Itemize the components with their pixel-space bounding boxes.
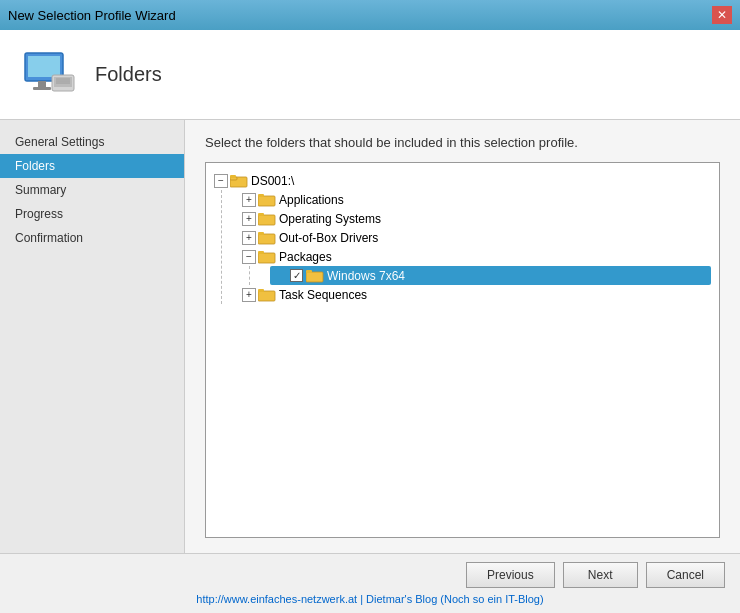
title-bar: New Selection Profile Wizard ✕	[0, 0, 740, 30]
svg-rect-20	[306, 272, 323, 282]
svg-rect-22	[258, 291, 275, 301]
svg-rect-5	[54, 77, 72, 87]
svg-rect-23	[258, 289, 264, 292]
tree-node-root[interactable]: − DS001:\	[214, 171, 711, 190]
tree-node-win7x64[interactable]: ✓ Windows 7x64	[270, 266, 711, 285]
tree-children-packages: ✓ Windows 7x64	[249, 266, 711, 285]
page-title: Folders	[95, 63, 162, 86]
svg-rect-21	[306, 270, 312, 273]
expand-applications[interactable]: +	[242, 193, 256, 207]
svg-rect-19	[258, 251, 264, 254]
tree-node-applications[interactable]: + Applications	[242, 190, 711, 209]
expand-os[interactable]: +	[242, 212, 256, 226]
node-label-drivers: Out-of-Box Drivers	[279, 231, 378, 245]
expand-packages[interactable]: −	[242, 250, 256, 264]
previous-button[interactable]: Previous	[466, 562, 555, 588]
folder-icon-drivers	[258, 230, 276, 245]
tree-container[interactable]: − DS001:\ +	[205, 162, 720, 538]
tree-node-drivers[interactable]: + Out-of-Box Drivers	[242, 228, 711, 247]
node-label-os: Operating Systems	[279, 212, 381, 226]
header-area: Folders	[0, 30, 740, 120]
tree-node-taskseq[interactable]: + Task Sequences	[242, 285, 711, 304]
expand-taskseq[interactable]: +	[242, 288, 256, 302]
sidebar-item-summary[interactable]: Summary	[0, 178, 184, 202]
checkbox-win7x64[interactable]: ✓	[290, 269, 303, 282]
footer-link: http://www.einfaches-netzwerk.at | Dietm…	[15, 593, 725, 605]
svg-rect-13	[258, 194, 264, 197]
cancel-button[interactable]: Cancel	[646, 562, 725, 588]
svg-rect-11	[230, 175, 236, 178]
svg-rect-16	[258, 234, 275, 244]
wizard-body: Folders General Settings Folders Summary…	[0, 30, 740, 613]
main-panel: Select the folders that should be includ…	[185, 120, 740, 553]
svg-rect-12	[258, 196, 275, 206]
svg-rect-3	[33, 87, 51, 90]
node-label-taskseq: Task Sequences	[279, 288, 367, 302]
content-area: General Settings Folders Summary Progres…	[0, 120, 740, 553]
folder-icon-win7x64	[306, 268, 324, 283]
sidebar-item-folders[interactable]: Folders	[0, 154, 184, 178]
folder-icon-os	[258, 211, 276, 226]
node-label-win7x64: Windows 7x64	[327, 269, 405, 283]
folder-icon-applications	[258, 192, 276, 207]
svg-rect-18	[258, 253, 275, 263]
expand-root[interactable]: −	[214, 174, 228, 188]
footer-buttons: Previous Next Cancel	[15, 562, 725, 588]
sidebar-item-progress[interactable]: Progress	[0, 202, 184, 226]
next-button[interactable]: Next	[563, 562, 638, 588]
close-button[interactable]: ✕	[712, 6, 732, 24]
svg-rect-14	[258, 215, 275, 225]
footer: Previous Next Cancel http://www.einfache…	[0, 553, 740, 613]
computer-icon	[20, 45, 80, 105]
tree-node-packages[interactable]: − Packages	[242, 247, 711, 266]
header-icon	[20, 45, 80, 105]
tree-children-root: + Applications + O	[221, 190, 711, 304]
svg-rect-17	[258, 232, 264, 235]
svg-rect-15	[258, 213, 264, 216]
node-label-root: DS001:\	[251, 174, 294, 188]
node-label-applications: Applications	[279, 193, 344, 207]
svg-rect-2	[38, 81, 46, 87]
title-bar-text: New Selection Profile Wizard	[8, 8, 176, 23]
expand-drivers[interactable]: +	[242, 231, 256, 245]
sidebar: General Settings Folders Summary Progres…	[0, 120, 185, 553]
sidebar-item-general-settings[interactable]: General Settings	[0, 130, 184, 154]
tree-node-os[interactable]: + Operating Systems	[242, 209, 711, 228]
node-label-packages: Packages	[279, 250, 332, 264]
sidebar-item-confirmation[interactable]: Confirmation	[0, 226, 184, 250]
folder-icon-taskseq	[258, 287, 276, 302]
svg-rect-1	[28, 56, 60, 77]
folder-icon-root	[230, 173, 248, 188]
instruction-text: Select the folders that should be includ…	[205, 135, 720, 150]
folder-icon-packages	[258, 249, 276, 264]
